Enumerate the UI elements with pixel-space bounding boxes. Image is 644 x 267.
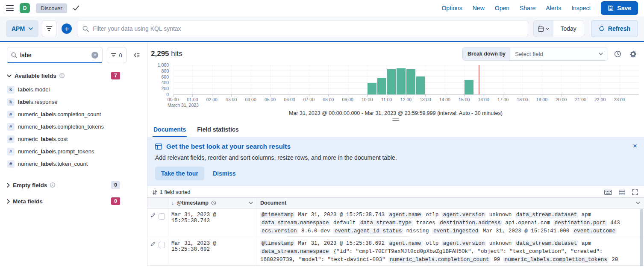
nav-link-share[interactable]: Share: [520, 5, 535, 12]
menu-button[interactable]: [6, 5, 14, 11]
clear-search-button[interactable]: ×: [91, 52, 98, 59]
y-tick-label: 400: [161, 80, 169, 85]
date-range-button[interactable]: Today: [553, 21, 584, 37]
doc-field-value: missing: [406, 228, 429, 234]
chevron-right-icon: [7, 199, 10, 204]
document-column-label: Document: [260, 200, 286, 206]
histogram-bar[interactable]: [397, 68, 406, 94]
doc-field-value: otlp: [426, 241, 438, 246]
check-icon: [73, 6, 79, 11]
tab-documents[interactable]: Documents: [153, 122, 187, 137]
breadcrumb[interactable]: Discover: [36, 3, 67, 13]
space-avatar[interactable]: D: [20, 3, 30, 13]
field-item[interactable]: #numeric_labels.prompt_tokens: [0, 145, 147, 158]
field-search-input[interactable]: [20, 52, 88, 59]
x-tick-mark: [212, 95, 212, 97]
expand-document-button[interactable]: [151, 213, 156, 217]
column-menu-chevron[interactable]: [636, 202, 640, 204]
keyword-field-icon: k: [7, 98, 15, 106]
field-name: numeric_labels.completion_tokens: [18, 123, 104, 130]
nav-link-options[interactable]: Options: [441, 5, 462, 12]
collapse-sidebar-button[interactable]: [133, 52, 140, 58]
histogram-bar[interactable]: [377, 78, 386, 94]
kql-search-box[interactable]: [77, 20, 528, 37]
chevron-right-icon: [7, 183, 10, 188]
chart-options-button[interactable]: [627, 48, 639, 60]
field-item[interactable]: #numeric_labels.completion_tokens: [0, 120, 147, 133]
doc-field-name: agent.name: [388, 241, 423, 246]
doc-field-value: Mar 31, 2023 @ 15:25:38.743: [298, 212, 385, 218]
kql-search-input[interactable]: [93, 25, 522, 32]
row-checkbox[interactable]: [159, 242, 165, 248]
current-time-marker: [479, 65, 479, 94]
number-field-icon: #: [7, 135, 15, 143]
field-item[interactable]: #numeric_labels.cost: [0, 133, 147, 145]
table-icon: [155, 144, 162, 150]
expand-document-icon: [151, 213, 156, 217]
nav-link-inspect[interactable]: Inspect: [571, 5, 591, 12]
date-picker-menu-button[interactable]: [534, 21, 553, 37]
take-the-tour-button[interactable]: Take the tour: [155, 167, 204, 180]
display-options-button[interactable]: [619, 190, 625, 195]
field-search-box[interactable]: ×: [7, 47, 103, 63]
histogram-bar[interactable]: [465, 80, 473, 95]
row-checkbox[interactable]: [159, 213, 165, 220]
field-item[interactable]: #numeric_labels.token_count: [0, 158, 147, 170]
doc-field-name: numeric_labels.cost: [260, 265, 324, 265]
x-tick-mark: [290, 95, 290, 97]
nav-link-alerts[interactable]: Alerts: [546, 5, 561, 12]
empty-fields-header[interactable]: Empty fields 0: [0, 181, 147, 189]
grid-header-timestamp[interactable]: ↓ @timestamp: [168, 198, 256, 208]
x-gridline: [523, 65, 523, 94]
time-range-caption: Mar 31, 2023 @ 00:00:00.000 - Mar 31, 20…: [147, 110, 644, 116]
refresh-button[interactable]: Refresh: [591, 20, 638, 37]
x-tick-label: 20:00: [556, 97, 567, 102]
breakdown-select[interactable]: Select field: [510, 47, 608, 60]
grid-header-document[interactable]: Document: [256, 198, 644, 208]
nav-link-open[interactable]: Open: [495, 5, 509, 12]
field-type-filter-button[interactable]: 0: [107, 47, 126, 63]
histogram-plot: [173, 65, 639, 95]
callout-close-button[interactable]: ×: [631, 141, 639, 151]
meta-fields-header[interactable]: Meta fields 0: [0, 197, 147, 205]
timestamp-cell: Mar 31, 2023 @ 15:25:38.743: [168, 208, 256, 237]
histogram-bar[interactable]: [416, 76, 425, 94]
field-item[interactable]: klabels.response: [0, 96, 147, 108]
data-view-picker[interactable]: APM: [6, 20, 38, 37]
save-button[interactable]: Save: [601, 1, 638, 15]
available-fields-header[interactable]: Available fields 7: [0, 72, 147, 79]
nav-link-new[interactable]: New: [473, 5, 485, 12]
keyboard-shortcuts-button[interactable]: [604, 190, 612, 195]
hits-label: hits: [171, 50, 182, 58]
x-tick-label: 05:00: [265, 97, 276, 102]
column-menu-chevron[interactable]: [249, 202, 253, 204]
sorted-fields-label: 1 field sorted: [160, 189, 191, 195]
chart-resize-handle[interactable]: [147, 118, 644, 121]
info-icon: [59, 73, 65, 78]
x-tick-label: 16:00: [478, 97, 489, 102]
expand-document-button[interactable]: [151, 241, 156, 246]
add-filter-button[interactable]: +: [62, 23, 72, 34]
x-tick-label: 11:00: [381, 97, 392, 102]
vertical-scrollbar[interactable]: [640, 209, 643, 266]
x-tick-label: 02:00: [206, 97, 218, 102]
saved-query-menu-button[interactable]: [42, 20, 56, 37]
field-item[interactable]: klabels.model: [0, 83, 147, 96]
tab-field-statistics[interactable]: Field statistics: [196, 122, 239, 137]
histogram-bar[interactable]: [406, 69, 415, 94]
chart-history-button[interactable]: [612, 48, 623, 60]
filter-icon: [111, 53, 116, 58]
x-tick-mark: [620, 95, 620, 97]
y-tick-label: 800: [161, 68, 169, 73]
dismiss-button[interactable]: Dismiss: [213, 170, 236, 177]
fullscreen-button[interactable]: [632, 189, 638, 195]
field-item[interactable]: #numeric_labels.completion_count: [0, 108, 147, 120]
histogram-bar[interactable]: [368, 83, 376, 94]
doc-field-name: data_stream.namespace: [260, 220, 330, 226]
sorted-fields-button[interactable]: 1 field sorted: [153, 189, 191, 195]
histogram-bar[interactable]: [387, 69, 396, 94]
chevron-down-icon: [7, 74, 12, 77]
x-tick-label: 17:00: [497, 97, 509, 102]
x-gridline: [445, 65, 445, 94]
query-bar: APM + Today Refresh: [0, 16, 644, 42]
